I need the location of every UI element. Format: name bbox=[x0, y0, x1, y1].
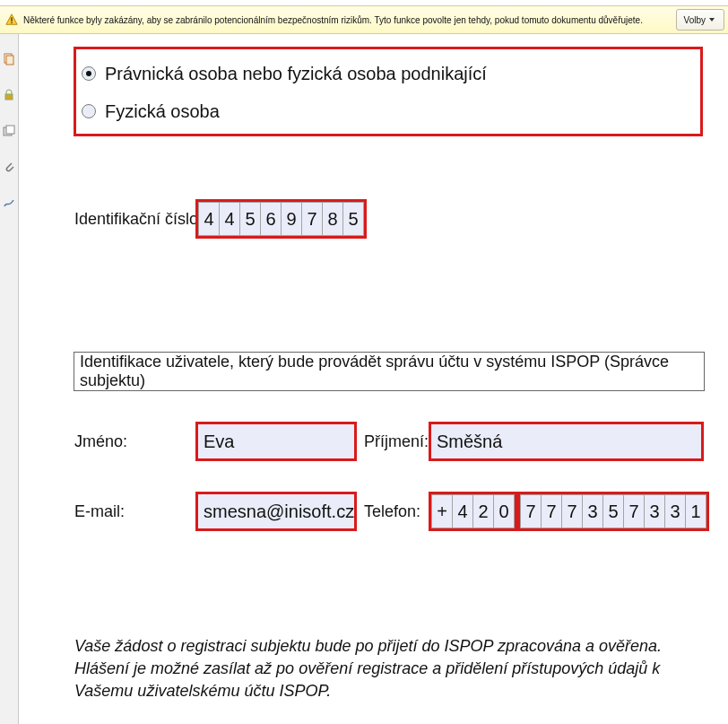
info-paragraph: Vaše žádost o registraci subjektu bude p… bbox=[74, 635, 702, 703]
form-page: Právnická osoba nebo fyzická osoba podni… bbox=[18, 38, 728, 724]
person-type-option-individual[interactable]: Fyzická osoba bbox=[80, 92, 695, 130]
chevron-down-icon bbox=[709, 18, 715, 22]
lock-icon[interactable] bbox=[3, 89, 15, 101]
digit-cell[interactable]: 2 bbox=[472, 494, 494, 528]
phone-number-group[interactable]: 777357331 bbox=[517, 492, 709, 531]
options-button-label: Volby bbox=[684, 15, 706, 25]
firstname-value: Eva bbox=[204, 432, 234, 452]
digit-cell[interactable]: 6 bbox=[260, 202, 282, 236]
digit-cell[interactable]: 3 bbox=[644, 494, 665, 528]
phone-input[interactable]: +420 777357331 bbox=[429, 492, 709, 531]
person-type-label-individual: Fyzická osoba bbox=[105, 101, 220, 122]
person-type-option-legal[interactable]: Právnická osoba nebo fyzická osoba podni… bbox=[80, 55, 695, 92]
digit-cell[interactable]: + bbox=[431, 494, 453, 528]
email-value: smesna@inisoft.cz bbox=[204, 502, 354, 522]
identification-number-input[interactable]: 44569785 bbox=[195, 199, 367, 239]
digit-cell[interactable]: 4 bbox=[219, 202, 240, 236]
email-input[interactable]: smesna@inisoft.cz bbox=[195, 492, 357, 531]
digit-cell[interactable]: 3 bbox=[664, 494, 686, 528]
lastname-value: Směšná bbox=[437, 432, 502, 452]
firstname-input[interactable]: Eva bbox=[195, 422, 357, 461]
digit-cell[interactable]: 1 bbox=[685, 494, 706, 528]
digit-cell[interactable]: 7 bbox=[520, 494, 542, 528]
phone-prefix-group[interactable]: +420 bbox=[429, 492, 517, 531]
svg-rect-1 bbox=[11, 17, 12, 21]
phone-label: Telefon: bbox=[357, 502, 429, 521]
digit-cell[interactable]: 7 bbox=[561, 494, 583, 528]
layers-icon[interactable] bbox=[3, 125, 15, 137]
attachments-icon[interactable] bbox=[3, 161, 15, 173]
digit-cell[interactable]: 4 bbox=[198, 202, 220, 236]
person-type-group: Právnická osoba nebo fyzická osoba podni… bbox=[74, 47, 703, 136]
identification-number-label: Identifikační číslo: bbox=[74, 210, 195, 229]
contact-row: E-mail: smesna@inisoft.cz Telefon: +420 … bbox=[74, 492, 709, 531]
digit-cell[interactable]: 3 bbox=[582, 494, 603, 528]
signatures-icon[interactable] bbox=[3, 196, 15, 209]
person-type-label-legal: Právnická osoba nebo fyzická osoba podni… bbox=[105, 64, 487, 84]
section-header-user-identification: Identifikace uživatele, který bude prová… bbox=[74, 352, 705, 391]
svg-rect-2 bbox=[11, 22, 12, 23]
digit-cell[interactable]: 4 bbox=[452, 494, 473, 528]
radio-icon-selected bbox=[82, 66, 96, 81]
lastname-input[interactable]: Směšná bbox=[429, 422, 704, 461]
pages-panel-icon[interactable] bbox=[3, 53, 15, 65]
digit-cell[interactable]: 7 bbox=[623, 494, 645, 528]
digit-cell[interactable]: 8 bbox=[322, 202, 343, 236]
svg-rect-5 bbox=[5, 94, 13, 100]
identification-number-row: Identifikační číslo: 44569785 bbox=[74, 199, 367, 239]
options-button[interactable]: Volby bbox=[676, 9, 724, 31]
digit-cell[interactable]: 0 bbox=[493, 494, 515, 528]
svg-rect-7 bbox=[6, 126, 14, 134]
digit-cell[interactable]: 5 bbox=[239, 202, 261, 236]
digit-cell[interactable]: 7 bbox=[301, 202, 323, 236]
svg-rect-4 bbox=[6, 56, 13, 65]
warning-icon bbox=[5, 13, 18, 26]
digit-cell[interactable]: 5 bbox=[602, 494, 624, 528]
digit-cell[interactable]: 7 bbox=[541, 494, 562, 528]
side-toolbar bbox=[0, 33, 19, 724]
name-row: Jméno: Eva Příjmení: Směšná bbox=[74, 422, 704, 461]
digit-cell[interactable]: 5 bbox=[342, 202, 364, 236]
digit-cell[interactable]: 9 bbox=[281, 202, 302, 236]
radio-icon-unselected bbox=[82, 104, 96, 118]
security-alert-bar: Některé funkce byly zakázány, aby se zab… bbox=[0, 5, 728, 34]
lastname-label: Příjmení: bbox=[357, 432, 429, 451]
email-label: E-mail: bbox=[74, 502, 195, 521]
firstname-label: Jméno: bbox=[74, 432, 195, 451]
alert-text: Některé funkce byly zakázány, aby se zab… bbox=[23, 15, 676, 25]
